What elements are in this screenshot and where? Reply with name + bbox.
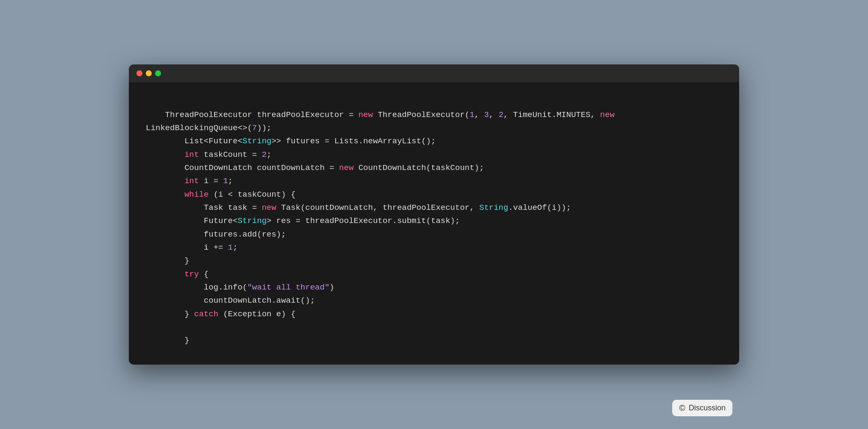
code-line-17: } catch (Exception e) { (146, 308, 722, 321)
discussion-badge[interactable]: © Discussion (672, 400, 732, 416)
code-line-2: ThreadPoolExecutor threadPoolExecutor = … (146, 109, 722, 122)
discussion-icon: © (679, 403, 685, 413)
code-line-6: CountDownLatch countDownLatch = new Coun… (146, 162, 722, 175)
code-line-7: int i = 1; (146, 175, 722, 188)
code-line-18 (146, 321, 722, 334)
discussion-label: Discussion (689, 404, 726, 412)
code-line-9: Task task = new Task(countDownLatch, thr… (146, 201, 722, 214)
code-line-8: while (i < taskCount) { (146, 188, 722, 201)
code-line-5: int taskCount = 2; (146, 148, 722, 162)
code-line-14: try { (146, 268, 722, 281)
code-line-16: countDownLatch.await(); (146, 294, 722, 307)
code-line-12: i += 1; (146, 241, 722, 254)
code-line-13: } (146, 254, 722, 267)
code-line-4: List<Future<String>> futures = Lists.new… (146, 135, 722, 148)
code-line-11: futures.add(res); (146, 228, 722, 241)
page-wrapper: ThreadPoolExecutor threadPoolExecutor = … (0, 0, 868, 429)
code-line-3: LinkedBlockingQueue<>(7)); (146, 122, 722, 135)
maximize-button[interactable] (155, 70, 161, 76)
code-window: ThreadPoolExecutor threadPoolExecutor = … (129, 64, 739, 365)
close-button[interactable] (136, 70, 142, 76)
code-editor: ThreadPoolExecutor threadPoolExecutor = … (129, 82, 739, 365)
title-bar (129, 64, 739, 82)
code-line-10: Future<String> res = threadPoolExecutor.… (146, 214, 722, 228)
code-line-15: log.info("wait all thread") (146, 281, 722, 294)
code-line-19: } (146, 334, 722, 347)
code-line-1 (146, 95, 722, 108)
minimize-button[interactable] (146, 70, 152, 76)
